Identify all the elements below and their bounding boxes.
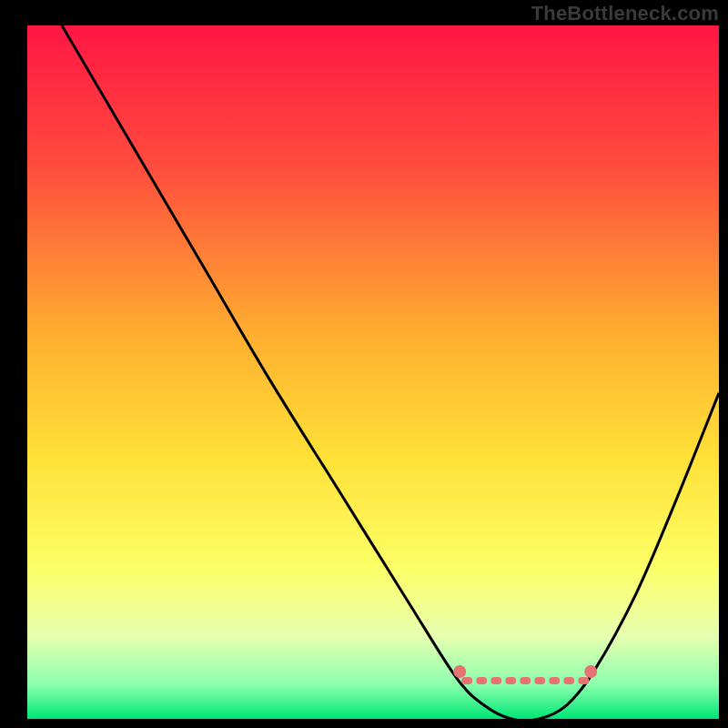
optimal-region-endpoint bbox=[584, 665, 597, 678]
svg-rect-8 bbox=[578, 677, 589, 684]
optimal-region-indicator bbox=[461, 677, 589, 684]
watermark-text: TheBottleneck.com bbox=[531, 2, 719, 25]
chart-container: TheBottleneck.com bbox=[0, 0, 728, 728]
svg-rect-4 bbox=[520, 677, 531, 684]
svg-rect-2 bbox=[490, 677, 501, 684]
svg-rect-0 bbox=[461, 677, 472, 684]
optimal-region-endpoint bbox=[453, 665, 466, 678]
svg-rect-1 bbox=[476, 677, 487, 684]
svg-rect-3 bbox=[505, 677, 516, 684]
plot-background bbox=[27, 25, 719, 719]
svg-rect-6 bbox=[549, 677, 560, 684]
svg-rect-5 bbox=[534, 677, 545, 684]
bottleneck-chart bbox=[0, 0, 728, 728]
svg-rect-7 bbox=[563, 677, 574, 684]
